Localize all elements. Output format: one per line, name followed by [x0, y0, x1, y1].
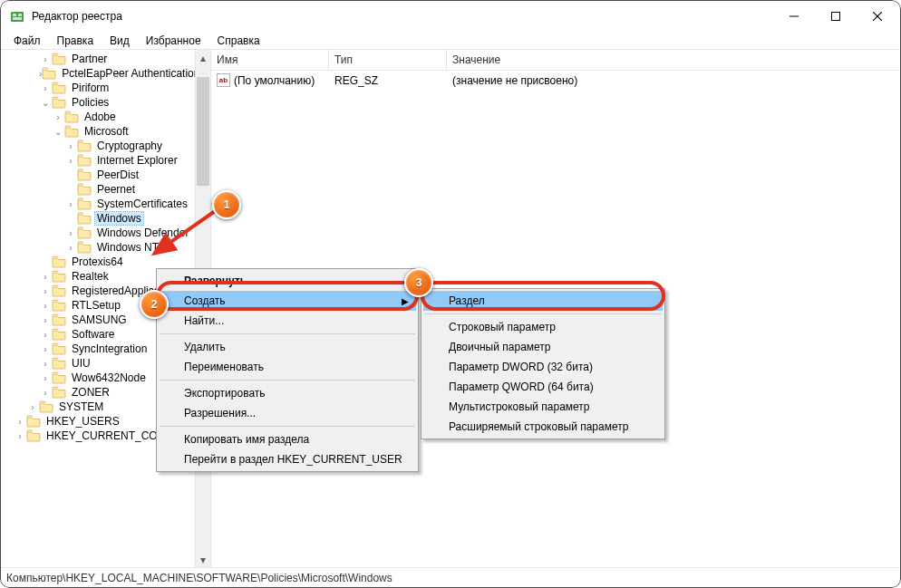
folder-icon — [52, 270, 66, 283]
folder-icon — [52, 82, 66, 94]
tree-item[interactable]: ›Internet Explorer — [1, 153, 195, 168]
tree-item[interactable]: ›Cryptography — [1, 139, 195, 153]
tree-twisty-icon[interactable]: › — [64, 243, 77, 253]
menu-item[interactable]: Удалить — [159, 337, 416, 357]
tree-twisty-icon[interactable]: › — [39, 83, 52, 93]
tree-twisty-icon[interactable]: › — [39, 54, 52, 64]
tree-item[interactable]: Peernet — [1, 182, 195, 197]
tree-item-label: Software — [70, 328, 116, 341]
menu-item[interactable]: Разрешения... — [159, 403, 416, 423]
menu-item[interactable]: Найти... — [159, 311, 416, 331]
tree-item-label: RTLSetup — [70, 299, 122, 312]
menu-item[interactable]: Раздел — [423, 291, 663, 311]
tree-item-label: Realtek — [70, 270, 111, 283]
tree-item[interactable]: ›Windows Defender — [1, 226, 195, 240]
menu-edit[interactable]: Правка — [50, 33, 102, 49]
tree-twisty-icon[interactable]: › — [64, 156, 77, 166]
menu-item[interactable]: Расширяемый строковый параметр — [423, 417, 663, 437]
tree-twisty-icon[interactable]: › — [39, 388, 52, 398]
tree-twisty-icon[interactable]: › — [26, 402, 39, 412]
close-button[interactable] — [857, 1, 898, 32]
folder-icon — [26, 429, 41, 442]
folder-icon — [77, 227, 92, 239]
tree-twisty-icon[interactable]: › — [39, 286, 52, 296]
tree-twisty-icon[interactable]: › — [39, 373, 52, 383]
tree-twisty-icon[interactable]: › — [64, 199, 77, 209]
column-name[interactable]: Имя — [211, 50, 329, 70]
menu-item[interactable]: Мультистроковый параметр — [423, 397, 663, 417]
tree-item[interactable]: ›Adobe — [1, 110, 195, 124]
tree-twisty-icon[interactable]: › — [39, 359, 52, 369]
tree-item[interactable]: ›PctelEapPeer Authentication — [1, 66, 195, 81]
menu-item[interactable]: Создать▶ — [159, 291, 416, 311]
menu-item[interactable]: Строковый параметр — [423, 317, 663, 337]
column-type[interactable]: Тип — [329, 50, 447, 70]
tree-item[interactable]: ›SystemCertificates — [1, 197, 195, 211]
tree-item[interactable]: ›Windows NT — [1, 240, 195, 255]
menu-item[interactable]: Двоичный параметр — [423, 337, 663, 357]
folder-icon — [39, 400, 53, 413]
menu-favorites[interactable]: Избранное — [139, 33, 208, 49]
folder-icon — [77, 154, 92, 167]
menu-item[interactable]: Копировать имя раздела — [159, 429, 416, 449]
tree-item-label: Windows — [95, 212, 143, 225]
menu-item[interactable]: Переименовать — [159, 357, 416, 377]
menu-item[interactable]: Экспортировать — [159, 383, 416, 403]
menu-item[interactable]: Параметр DWORD (32 бита) — [423, 357, 663, 377]
tree-item-label: PctelEapPeer Authentication — [60, 67, 195, 80]
tree-item-label: Protexis64 — [70, 255, 125, 268]
menu-file[interactable]: Файл — [6, 33, 48, 49]
tree-twisty-icon[interactable]: › — [39, 330, 52, 340]
tree-item[interactable]: PeerDist — [1, 168, 195, 182]
maximize-button[interactable] — [815, 1, 857, 32]
tree-twisty-icon[interactable]: › — [52, 112, 64, 122]
menu-item[interactable]: Перейти в раздел HKEY_CURRENT_USER — [159, 449, 416, 469]
menu-item-label: Параметр QWORD (64 бита) — [449, 381, 594, 393]
scroll-up-icon[interactable]: ▴ — [196, 50, 210, 65]
value-row[interactable]: ab(По умолчанию)REG_SZ(значение не присв… — [211, 72, 900, 88]
tree-twisty-icon[interactable]: ⌄ — [52, 127, 64, 137]
window-title: Редактор реестра — [32, 10, 773, 23]
tree-twisty-icon[interactable]: › — [39, 315, 52, 325]
tree-twisty-icon[interactable]: › — [64, 228, 77, 238]
scroll-down-icon[interactable]: ▾ — [196, 552, 210, 567]
tree-twisty-icon[interactable]: › — [39, 301, 52, 311]
tree-item-label: SAMSUNG — [70, 313, 129, 326]
tree-twisty-icon[interactable]: › — [14, 417, 26, 427]
folder-icon — [52, 371, 66, 384]
folder-icon — [52, 328, 66, 341]
tree-item[interactable]: ⌄Microsoft — [1, 124, 195, 139]
tree-item[interactable]: Windows — [1, 211, 195, 226]
menu-item-label: Создать — [184, 294, 226, 307]
menu-item-label: Раздел — [449, 294, 485, 307]
tree-item[interactable]: ⌄Policies — [1, 95, 195, 110]
context-menu-new[interactable]: РазделСтроковый параметрДвоичный парамет… — [421, 288, 665, 439]
menu-item[interactable]: Развернуть — [159, 271, 416, 291]
menu-item[interactable]: Параметр QWORD (64 бита) — [423, 377, 663, 397]
annotation-badge-1: 1 — [212, 190, 241, 219]
menu-help[interactable]: Справка — [210, 33, 267, 49]
tree-twisty-icon[interactable]: › — [39, 344, 52, 354]
tree-twisty-icon[interactable]: › — [14, 431, 26, 441]
scroll-thumb[interactable] — [197, 77, 209, 186]
tree-item[interactable]: ›Piriform — [1, 81, 195, 95]
column-value[interactable]: Значение — [447, 50, 900, 70]
tree-item-label: SyncIntegration — [70, 342, 149, 355]
tree-twisty-icon[interactable]: › — [64, 141, 77, 151]
tree-item[interactable]: Protexis64 — [1, 255, 195, 269]
tree-twisty-icon[interactable]: ⌄ — [39, 98, 52, 108]
context-menu-key[interactable]: РазвернутьСоздать▶Найти...УдалитьПереиме… — [156, 268, 419, 472]
tree-item[interactable]: ›Partner — [1, 52, 195, 66]
tree-item-label: Windows Defender — [95, 227, 190, 239]
status-path: Компьютер\HKEY_LOCAL_MACHINE\SOFTWARE\Po… — [6, 572, 392, 584]
folder-icon — [77, 140, 92, 152]
titlebar[interactable]: Редактор реестра — [1, 1, 900, 32]
svg-rect-0 — [11, 12, 24, 22]
tree-item-label: Partner — [70, 53, 109, 65]
values-list[interactable]: ab(По умолчанию)REG_SZ(значение не присв… — [211, 71, 900, 90]
menu-item-label: Мультистроковый параметр — [449, 400, 590, 413]
minimize-button[interactable] — [773, 1, 815, 32]
menu-view[interactable]: Вид — [102, 33, 137, 49]
tree-twisty-icon[interactable]: › — [39, 272, 52, 282]
folder-icon — [52, 255, 66, 268]
